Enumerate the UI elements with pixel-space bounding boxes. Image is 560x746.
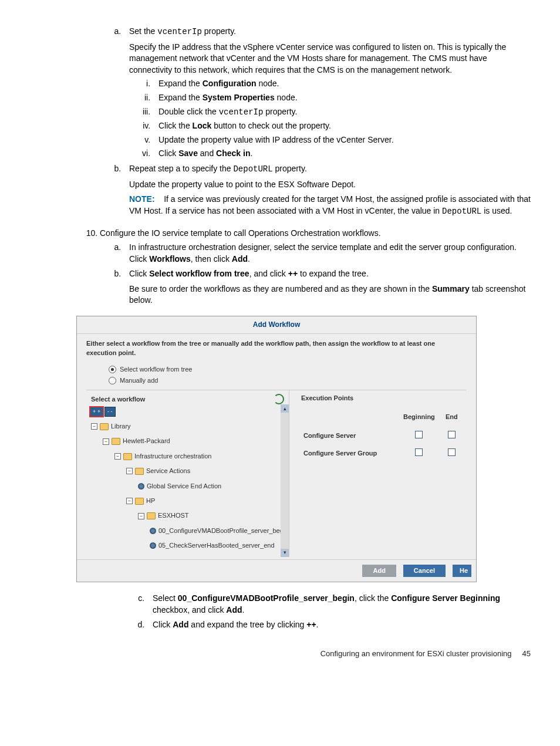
step9b-lead: Repeat step a to specify the DepotURL pr…: [129, 164, 307, 173]
step10a: In infrastructure orchestration designer…: [123, 242, 531, 265]
step9a-iii: Double click the vcenterIp property.: [153, 106, 531, 119]
page-number: 45: [522, 649, 531, 659]
checkbox-configure-server-group-end[interactable]: [448, 448, 456, 456]
workflow-icon: [138, 483, 144, 490]
step9a-iv: Click the Lock button to check out the p…: [153, 120, 531, 132]
tree-node-esxhost[interactable]: −ESXHOST: [91, 508, 289, 523]
col-beginning: Beginning: [397, 409, 441, 427]
dialog-title: Add Workflow: [77, 316, 476, 334]
dialog-instructions: Either select a workflow from the tree o…: [86, 339, 467, 363]
radio-select-from-tree[interactable]: Select workflow from tree: [109, 365, 467, 374]
page-footer: Configuring an environment for ESXi clus…: [29, 649, 531, 659]
step10-substeps-continued: Select 00_ConfigureVMADBootProfile_serve…: [123, 593, 531, 631]
step9a-desc: Specify the IP address that the vSphere …: [129, 42, 531, 76]
tree-node-wf-00[interactable]: 00_ConfigureVMADBootProfile_server_beg: [91, 524, 289, 538]
expand-all-button[interactable]: + +: [90, 407, 103, 417]
table-row: Configure Server: [301, 427, 462, 444]
collapse-all-button[interactable]: - -: [104, 407, 116, 417]
tree-node-global-service-end[interactable]: Global Service End Action: [91, 479, 289, 494]
tree-node-wf-05[interactable]: 05_CheckServerHasBooted_server_end: [91, 538, 289, 553]
step10b: Click Select workflow from tree, and cli…: [123, 268, 531, 306]
step9a-ii: Expand the System Properties node.: [153, 92, 531, 104]
radio-label: Manually add: [120, 376, 158, 385]
select-workflow-header: Select a workflow: [91, 395, 145, 404]
tree-node-infrastructure-orchestration[interactable]: −Infrastructure orchestration: [91, 449, 289, 464]
step9b: Repeat step a to specify the DepotURL pr…: [123, 163, 531, 217]
step9a-steps: Expand the Configuration node. Expand th…: [129, 78, 531, 160]
execution-points-header: Execution Points: [301, 394, 462, 403]
folder-icon: [135, 498, 144, 505]
step9a-i: Expand the Configuration node.: [153, 78, 531, 90]
workflow-tree[interactable]: −Library −Hewlett-Packard −Infrastructur…: [91, 419, 289, 553]
cancel-button[interactable]: Cancel: [403, 565, 446, 577]
checkbox-configure-server-begin[interactable]: [415, 431, 423, 438]
scroll-down-icon[interactable]: ▾: [281, 549, 289, 557]
radio-label: Select workflow from tree: [120, 365, 192, 374]
col-end: End: [441, 409, 462, 427]
checkbox-configure-server-end[interactable]: [448, 431, 456, 438]
step9b-note: NOTE: If a service was previously create…: [129, 194, 531, 217]
table-row: Configure Server Group: [301, 445, 462, 462]
step9a-vi: Click Save and Check in.: [153, 148, 531, 160]
scroll-up-icon[interactable]: ▴: [281, 404, 289, 413]
workflow-icon: [150, 542, 156, 549]
folder-icon: [100, 423, 109, 430]
step10b-desc: Be sure to order the workflows as they a…: [129, 283, 531, 306]
tree-node-hewlett-packard[interactable]: −Hewlett-Packard: [91, 434, 289, 448]
step9a-lead: Set the vcenterIp property.: [129, 26, 236, 36]
step10-lead: Configure the IO service template to cal…: [100, 228, 381, 238]
checkbox-configure-server-group-begin[interactable]: [415, 448, 423, 456]
radio-manually-add[interactable]: Manually add: [109, 376, 467, 385]
row-configure-server: Configure Server: [301, 427, 397, 444]
folder-icon: [135, 468, 144, 475]
tree-node-library[interactable]: −Library: [91, 419, 289, 434]
execution-points-table: Beginning End Configure Server Configure…: [301, 409, 462, 462]
add-workflow-dialog: Add Workflow Either select a workflow fr…: [76, 316, 477, 582]
step10: Configure the IO service template to cal…: [100, 228, 531, 306]
note-label: NOTE:: [129, 194, 155, 204]
tree-node-service-actions[interactable]: −Service Actions: [91, 464, 289, 478]
folder-icon: [123, 453, 132, 460]
add-button[interactable]: Add: [362, 565, 396, 577]
step9-substeps: Set the vcenterIp property. Specify the …: [100, 26, 531, 217]
scrollbar[interactable]: ▴ ▾: [281, 404, 289, 556]
workflow-tree-pane: Select a workflow + + - - −Library −Hewl…: [86, 390, 289, 556]
workflow-icon: [150, 528, 156, 534]
radio-icon[interactable]: [109, 366, 116, 373]
help-button[interactable]: He: [453, 565, 471, 577]
step10-substeps: In infrastructure orchestration designer…: [100, 242, 531, 306]
row-configure-server-group: Configure Server Group: [301, 445, 397, 462]
footer-text: Configuring an environment for ESXi clus…: [321, 649, 512, 659]
step9a: Set the vcenterIp property. Specify the …: [123, 26, 531, 160]
step10d: Click Add and expand the tree by clickin…: [147, 619, 531, 631]
refresh-icon[interactable]: [274, 394, 284, 404]
step9a-v: Update the property value with IP addres…: [153, 134, 531, 146]
folder-icon: [147, 512, 156, 519]
step9b-desc: Update the property value to point to th…: [129, 179, 531, 191]
radio-icon[interactable]: [109, 377, 116, 384]
execution-points-pane: Execution Points Beginning End Configure…: [289, 390, 467, 556]
folder-icon: [112, 438, 120, 445]
step10c: Select 00_ConfigureVMADBootProfile_serve…: [147, 593, 531, 616]
tree-node-hp[interactable]: −HP: [91, 494, 289, 508]
main-list: Configure the IO service template to cal…: [76, 228, 531, 306]
